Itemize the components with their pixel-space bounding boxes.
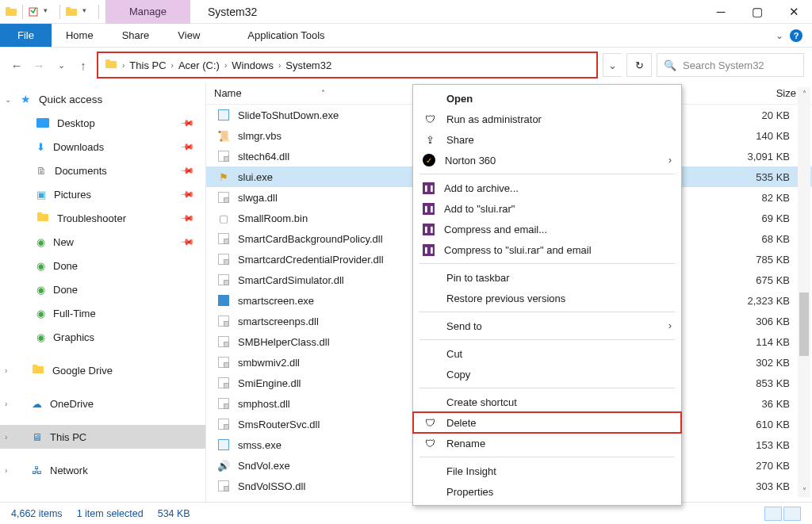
- scroll-down-button[interactable]: ˅: [798, 484, 810, 497]
- ribbon-view[interactable]: View: [163, 24, 214, 47]
- ctx-rename[interactable]: 🛡Rename: [413, 433, 681, 453]
- sort-asc-icon[interactable]: ˄: [321, 89, 325, 98]
- chevron-right-icon[interactable]: ›: [5, 466, 7, 475]
- ctx-compress-email[interactable]: ❚❚Compress and email...: [413, 219, 681, 239]
- column-name[interactable]: Name: [214, 87, 242, 99]
- nav-new[interactable]: ◉New📌: [0, 230, 205, 254]
- breadcrumb-system32[interactable]: System32: [285, 59, 331, 71]
- ctx-open[interactable]: Open: [413, 88, 681, 109]
- nav-network[interactable]: ›🖧Network: [0, 458, 205, 482]
- svg-rect-9: [33, 366, 44, 373]
- ctx-restore[interactable]: Restore previous versions: [413, 288, 681, 308]
- chevron-right-icon[interactable]: ›: [5, 366, 7, 375]
- nav-label: Documents: [55, 165, 107, 177]
- chevron-down-icon[interactable]: ⌄: [5, 95, 11, 104]
- nav-desktop[interactable]: Desktop📌: [0, 111, 205, 135]
- file-icon: [217, 335, 230, 348]
- qat-dropdown-icon[interactable]: ▾: [82, 6, 94, 17]
- ribbon-file[interactable]: File: [0, 24, 52, 47]
- ctx-add-rar[interactable]: ❚❚Add to "slui.rar": [413, 198, 681, 219]
- chevron-right-icon[interactable]: ›: [171, 61, 174, 70]
- nav-done[interactable]: ◉Done: [0, 254, 205, 277]
- chevron-right-icon[interactable]: ›: [278, 61, 281, 70]
- breadcrumb-this-pc[interactable]: This PC: [129, 59, 166, 71]
- nav-quick-access[interactable]: ⌄ ★ Quick access: [0, 87, 205, 111]
- ctx-create-shortcut[interactable]: Create shortcut: [413, 392, 681, 412]
- scroll-thumb[interactable]: [799, 293, 809, 356]
- maximize-button[interactable]: ▢: [739, 0, 776, 24]
- minimize-button[interactable]: ─: [703, 0, 739, 24]
- file-size: 140 KB: [709, 130, 812, 142]
- nav-label: Pictures: [54, 189, 91, 201]
- file-size: 3,091 KB: [709, 151, 812, 163]
- scroll-up-button[interactable]: ˄: [798, 87, 810, 100]
- address-bar[interactable]: › This PC › Acer (C:) › Windows › System…: [97, 52, 598, 78]
- ctx-share[interactable]: ⇪Share: [413, 129, 681, 150]
- nav-back-button[interactable]: ←: [8, 56, 25, 74]
- ctx-pin-taskbar[interactable]: Pin to taskbar: [413, 267, 681, 288]
- file-size: 2,323 KB: [709, 295, 812, 307]
- file-icon: [217, 418, 230, 430]
- help-icon[interactable]: ?: [790, 29, 802, 42]
- file-icon: 📜: [217, 129, 230, 142]
- ctx-properties[interactable]: Properties: [413, 481, 681, 502]
- column-size[interactable]: Size: [709, 87, 812, 99]
- ctx-cut[interactable]: Cut: [413, 343, 681, 364]
- qat-dropdown-icon[interactable]: ▾: [44, 6, 55, 17]
- svg-rect-7: [37, 214, 48, 221]
- chevron-right-icon[interactable]: ›: [5, 400, 7, 408]
- vertical-scrollbar[interactable]: ˄ ˅: [798, 87, 810, 497]
- nav-this-pc[interactable]: ›🖥This PC: [0, 425, 205, 449]
- pin-icon: 📌: [179, 163, 194, 178]
- nav-troubleshooter[interactable]: Troubleshooter📌: [0, 206, 205, 230]
- refresh-button[interactable]: ↻: [626, 53, 652, 77]
- ribbon-application-tools[interactable]: Application Tools: [233, 24, 339, 47]
- nav-pictures[interactable]: ▣Pictures📌: [0, 182, 205, 206]
- chevron-right-icon[interactable]: ›: [224, 61, 227, 70]
- nav-up-button[interactable]: ↑: [75, 56, 92, 74]
- ribbon-expand-icon[interactable]: ⌄: [776, 30, 783, 41]
- ctx-delete[interactable]: 🛡Delete: [413, 412, 681, 433]
- nav-downloads[interactable]: ⬇Downloads📌: [0, 135, 205, 159]
- contextual-tab-manage[interactable]: Manage: [105, 0, 190, 24]
- chevron-right-icon[interactable]: ›: [122, 61, 124, 70]
- ctx-copy[interactable]: Copy: [413, 364, 681, 384]
- breadcrumb-windows[interactable]: Windows: [232, 59, 274, 71]
- nav-forward-button[interactable]: →: [30, 56, 48, 74]
- nav-google-drive[interactable]: ›Google Drive: [0, 358, 205, 382]
- qat-properties-icon[interactable]: [28, 6, 39, 17]
- ctx-run-admin[interactable]: 🛡Run as administrator: [413, 109, 681, 129]
- context-menu: Open 🛡Run as administrator ⇪Share ✓Norto…: [412, 84, 682, 506]
- nav-graphics[interactable]: ◉Graphics: [0, 325, 205, 349]
- ctx-file-insight[interactable]: File Insight: [413, 461, 681, 481]
- ribbon-share[interactable]: Share: [108, 24, 164, 47]
- file-icon: ⚑: [217, 170, 230, 183]
- file-size: 306 KB: [709, 316, 812, 327]
- network-icon: 🖧: [32, 465, 42, 476]
- search-input[interactable]: 🔍 Search System32: [657, 53, 804, 77]
- close-button[interactable]: ✕: [776, 0, 812, 24]
- ctx-norton[interactable]: ✓Norton 360›: [413, 150, 681, 170]
- breadcrumb-drive[interactable]: Acer (C:): [178, 59, 220, 71]
- rar-icon: ❚❚: [423, 244, 435, 256]
- download-icon: ⬇: [36, 141, 45, 153]
- file-size: 69 KB: [709, 212, 812, 224]
- pc-icon: 🖥: [32, 431, 42, 443]
- nav-fulltime[interactable]: ◉Full-Time: [0, 301, 205, 325]
- address-history-dropdown[interactable]: ⌄: [603, 53, 622, 77]
- nav-documents[interactable]: 🗎Documents📌: [0, 159, 205, 182]
- chevron-right-icon[interactable]: ›: [5, 433, 7, 442]
- ctx-add-archive[interactable]: ❚❚Add to archive...: [413, 178, 681, 198]
- file-icon: [217, 273, 230, 286]
- svg-rect-1: [6, 7, 10, 10]
- file-icon: [217, 191, 230, 204]
- ctx-compress-rar-email[interactable]: ❚❚Compress to "slui.rar" and email: [413, 239, 681, 260]
- ribbon-home[interactable]: Home: [52, 24, 108, 47]
- nav-done[interactable]: ◉Done: [0, 277, 205, 301]
- view-large-icons-button[interactable]: [783, 507, 801, 521]
- nav-onedrive[interactable]: ›☁OneDrive: [0, 392, 205, 415]
- nav-recent-dropdown[interactable]: ⌄: [52, 56, 70, 74]
- ctx-send-to[interactable]: Send to›: [413, 316, 681, 336]
- nav-label: Full-Time: [53, 308, 96, 319]
- view-details-button[interactable]: [764, 507, 782, 521]
